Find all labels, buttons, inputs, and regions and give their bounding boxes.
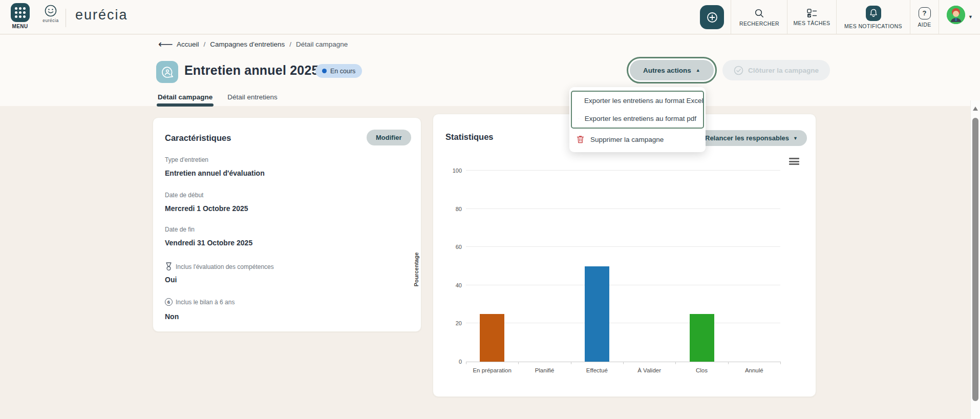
chart-x-axis-labels: En préparationPlanifiéEffectuéÀ ValiderC… [466, 367, 780, 373]
mini-logo-label: eurécia [39, 18, 62, 23]
download-icon [579, 114, 579, 123]
chart-x-tick [571, 362, 571, 364]
check-circle-icon [734, 66, 743, 75]
chart-gridline [466, 208, 780, 209]
menu-label: MENU [12, 24, 28, 29]
chart-y-tick-label: 0 [459, 359, 462, 365]
search-icon [754, 8, 764, 18]
notifications-label: MES NOTIFICATIONS [844, 23, 902, 29]
back-arrow-button[interactable]: ⟵ [158, 38, 173, 50]
scrollbar-up-arrow-icon[interactable] [973, 107, 978, 111]
chart-x-tick [466, 362, 466, 364]
characteristics-title: Caractéristiques [165, 133, 231, 143]
logo-divider [66, 9, 66, 27]
user-avatar[interactable] [947, 6, 965, 24]
chart-bar-en-préparation[interactable] [480, 314, 504, 362]
field-value-competences: Oui [165, 276, 177, 284]
chart-y-tick-label: 20 [456, 320, 462, 326]
tasks-icon [807, 9, 817, 18]
chart-bar-clos[interactable] [690, 314, 714, 362]
statistics-card: Statistiques Relancer les responsables ▼… [433, 114, 816, 397]
chart-category-label: Effectué [571, 367, 623, 373]
top-navigation-bar: MENU eurécia eurécia RECHERCHER [0, 0, 980, 34]
chart-y-tick-label: 60 [456, 244, 462, 250]
field-value-date-debut: Mercredi 1 Octobre 2025 [165, 204, 248, 213]
tasks-nav-button[interactable]: MES TÂCHES [787, 0, 836, 34]
vertical-scrollbar[interactable] [970, 100, 980, 419]
chart-x-tick [623, 362, 624, 364]
field-label-date-debut: Date de début [165, 192, 203, 199]
main-menu-button[interactable]: MENU [5, 3, 35, 32]
menu-item-export-excel[interactable]: Exporter les entretiens au format Excel [572, 92, 703, 110]
chart-gridline [466, 246, 780, 247]
page-header-section [0, 35, 980, 106]
six-circle-icon: 6 [165, 298, 173, 306]
breadcrumb: Accueil / Campagnes d'entretiens / Détai… [177, 40, 348, 48]
eurecia-wordmark: eurécia [75, 7, 128, 23]
question-mark-icon: ? [919, 7, 931, 19]
chart-x-tick [728, 362, 729, 364]
chart-category-label: Planifié [518, 367, 570, 373]
avatar-dropdown-caret[interactable]: ▼ [968, 14, 973, 19]
field-label-competences: Inclus l'évaluation des compétences [165, 262, 274, 271]
chart-y-tick-label: 100 [453, 167, 462, 174]
chart-plot-area: 020406080100 [466, 171, 780, 362]
cloturer-campagne-button: Clôturer la campagne [722, 60, 830, 80]
status-dot-icon [322, 69, 327, 73]
notifications-nav-button[interactable]: MES NOTIFICATIONS [837, 0, 910, 34]
eurecia-mascot-logo: eurécia [39, 4, 62, 23]
detail-tabs: Détail campagne Détail entretiens [158, 93, 278, 105]
campaign-chat-icon [156, 61, 178, 83]
search-nav-button[interactable]: RECHERCHER [731, 0, 787, 34]
chart-x-tick [518, 362, 519, 364]
tab-detail-campagne[interactable]: Détail campagne [158, 93, 212, 105]
menu-item-delete-campaign[interactable]: Supprimer la campagne [569, 130, 706, 149]
chart-x-tick [675, 362, 676, 364]
help-nav-button[interactable]: ? AIDE [910, 0, 939, 34]
medal-icon [165, 262, 173, 271]
grid-menu-icon [11, 3, 30, 22]
statistics-bar-chart: Pourcentage 020406080100 En préparationP… [433, 114, 817, 397]
chart-category-label: En préparation [466, 367, 518, 373]
chart-category-label: Clos [675, 367, 728, 373]
plus-circle-icon [706, 11, 718, 24]
quick-add-button[interactable] [700, 5, 724, 29]
chart-context-menu-icon[interactable] [789, 158, 799, 165]
trash-icon [576, 135, 585, 144]
modifier-button[interactable]: Modifier [367, 130, 411, 145]
help-label: AIDE [918, 22, 931, 28]
autres-actions-button[interactable]: Autres actions ▲ [630, 60, 714, 80]
chart-category-label: À Valider [623, 367, 675, 373]
chart-category-label: Annulé [728, 367, 780, 373]
field-label-bilan: 6 Inclus le bilan à 6 ans [165, 298, 235, 306]
characteristics-card: Caractéristiques Modifier Type d'entreti… [153, 117, 421, 332]
autres-actions-focus-ring: Autres actions ▲ [627, 57, 717, 83]
chart-y-tick-label: 40 [456, 282, 462, 288]
tab-detail-entretiens[interactable]: Détail entretiens [227, 93, 278, 105]
field-label-date-fin: Date de fin [165, 226, 195, 233]
chart-gridline [466, 285, 780, 285]
field-label-type: Type d'entretien [165, 156, 208, 163]
breadcrumb-accueil[interactable]: Accueil [177, 40, 199, 48]
chevron-up-icon: ▲ [696, 68, 700, 73]
field-value-date-fin: Vendredi 31 Octobre 2025 [165, 239, 252, 247]
field-value-bilan: Non [165, 312, 179, 321]
autres-actions-dropdown: Exporter les entretiens au format Excel … [569, 87, 706, 152]
status-badge: En cours [315, 64, 362, 78]
chart-bar-effectué[interactable] [585, 266, 609, 362]
chart-y-axis-title: Pourcentage [413, 239, 419, 300]
chart-gridline [466, 323, 780, 323]
field-value-type: Entretien annuel d'évaluation [165, 169, 265, 177]
chart-y-tick-label: 80 [456, 206, 462, 212]
bell-icon [869, 9, 878, 17]
chart-gridline [466, 170, 780, 171]
breadcrumb-current: Détail campagne [296, 40, 348, 48]
menu-item-export-pdf[interactable]: Exporter les entretiens au format pdf [572, 110, 703, 128]
dropdown-focus-box: Exporter les entretiens au format Excel … [571, 91, 704, 129]
tasks-label: MES TÂCHES [793, 20, 830, 26]
breadcrumb-campagnes[interactable]: Campagnes d'entretiens [210, 40, 285, 48]
search-label: RECHERCHER [739, 20, 779, 27]
scrollbar-thumb[interactable] [972, 118, 978, 401]
chart-x-tick [780, 362, 781, 364]
page-title: Entretien annuel 2025 [184, 63, 319, 78]
